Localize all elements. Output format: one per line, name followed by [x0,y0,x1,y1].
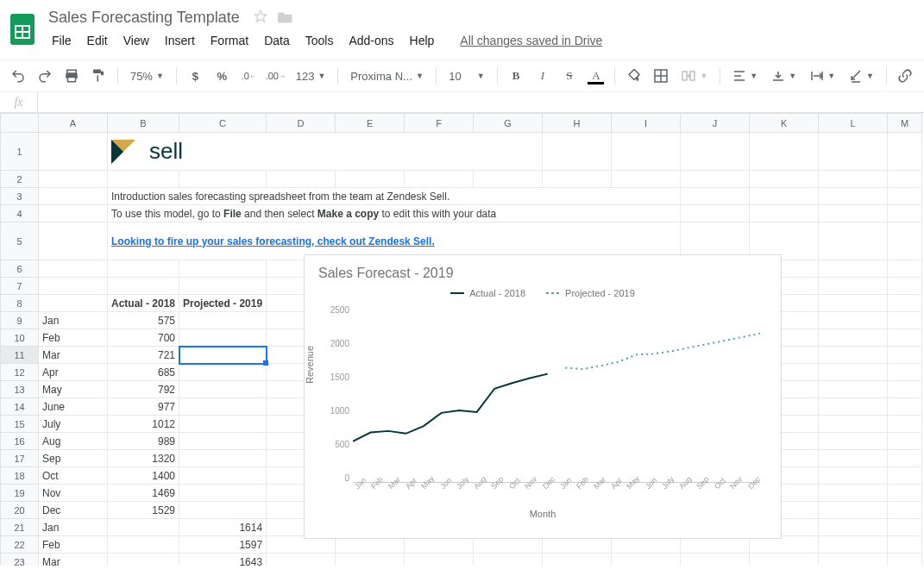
cell-J23[interactable] [681,554,750,566]
move-folder-icon[interactable] [278,9,293,26]
font-dropdown[interactable]: Proxima N...▼ [345,64,429,88]
cell-B2[interactable] [108,171,179,188]
cell-M18[interactable] [888,467,922,485]
font-size-dropdown[interactable]: 10▼ [443,64,489,88]
cell-F23[interactable] [405,554,474,566]
row-header-22[interactable]: 22 [1,536,39,554]
cell-B18[interactable]: 1400 [108,467,179,485]
row-header-15[interactable]: 15 [1,416,39,433]
cell-C6[interactable] [179,260,267,278]
col-header-F[interactable]: F [405,114,474,133]
cell-B3[interactable]: Introduction sales forecasting spreadshe… [108,188,681,205]
cell-L4[interactable] [819,205,888,222]
cell-C8[interactable]: Projected - 2019 [179,295,267,312]
row-header-2[interactable]: 2 [1,171,39,188]
spreadsheet-grid[interactable]: ABCDEFGHIJKLM1sell23Introduction sales f… [0,113,924,566]
cell-L15[interactable] [819,416,888,433]
cell-B10[interactable]: 700 [108,329,179,347]
merge-cells-dropdown[interactable]: ▼ [676,64,713,88]
cell-L22[interactable] [819,536,888,554]
cell-C16[interactable] [179,433,267,450]
cell-M22[interactable] [888,536,922,554]
cell-L2[interactable] [819,171,888,188]
cell-C19[interactable] [179,485,267,502]
col-header-L[interactable]: L [819,114,888,133]
bold-button[interactable]: B [505,64,528,88]
menu-insert[interactable]: Insert [158,30,202,51]
cell-A12[interactable]: Apr [39,364,108,381]
cell-M8[interactable] [888,295,922,312]
cell-B8[interactable]: Actual - 2018 [108,295,179,312]
cell-M21[interactable] [888,519,922,536]
cell-B23[interactable] [108,554,179,566]
row-header-16[interactable]: 16 [1,433,39,450]
col-header-J[interactable]: J [681,114,750,133]
cell-M3[interactable] [888,188,922,205]
row-header-18[interactable]: 18 [1,467,39,485]
cell-A17[interactable]: Sep [39,450,108,467]
cell-C2[interactable] [179,171,267,188]
cell-L3[interactable] [819,188,888,205]
increase-decimal-button[interactable]: .00→ [264,64,287,88]
cell-L21[interactable] [819,519,888,536]
cell-B12[interactable]: 685 [108,364,179,381]
row-header-10[interactable]: 10 [1,329,39,347]
cell-C12[interactable] [179,364,267,381]
cell-K4[interactable] [750,205,819,222]
cell-K2[interactable] [750,171,819,188]
col-header-G[interactable]: G [474,114,543,133]
cell-A7[interactable] [39,278,108,295]
row-header-1[interactable]: 1 [1,133,39,171]
cell-B4[interactable]: To use this model, go to File and then s… [108,205,681,222]
cell-B6[interactable] [108,260,179,278]
strikethrough-button[interactable]: S [557,64,581,88]
cell-A14[interactable]: June [39,398,108,416]
cell-C13[interactable] [179,381,267,398]
currency-button[interactable]: $ [184,64,207,88]
cell-G2[interactable] [474,171,543,188]
fill-color-button[interactable] [622,64,645,88]
cell-L19[interactable] [819,485,888,502]
cell-L5[interactable] [819,222,888,260]
menu-file[interactable]: File [45,30,79,51]
cell-L11[interactable] [819,347,888,364]
cell-C15[interactable] [179,416,267,433]
cell-B9[interactable]: 575 [108,312,179,329]
cell-I23[interactable] [612,554,681,566]
cell-C17[interactable] [179,450,267,467]
cell-M16[interactable] [888,433,922,450]
sheets-app-icon[interactable] [7,9,38,50]
decrease-decimal-button[interactable]: .0← [237,64,261,88]
cell-L1[interactable] [819,133,888,171]
cell-M6[interactable] [888,260,922,278]
cell-F2[interactable] [405,171,474,188]
percent-button[interactable]: % [211,64,234,88]
cell-A1[interactable] [39,133,108,171]
cell-L17[interactable] [819,450,888,467]
print-button[interactable] [60,64,84,88]
row-header-14[interactable]: 14 [1,398,39,416]
menu-addons[interactable]: Add-ons [342,30,400,51]
cell-H2[interactable] [543,171,612,188]
row-header-9[interactable]: 9 [1,312,39,329]
cell-K3[interactable] [750,188,819,205]
cell-L20[interactable] [819,502,888,519]
cell-A4[interactable] [39,205,108,222]
cell-C18[interactable] [179,467,267,485]
cell-M19[interactable] [888,485,922,502]
formula-input[interactable] [38,92,924,112]
cell-A3[interactable] [39,188,108,205]
cell-C14[interactable] [179,398,267,416]
cell-E2[interactable] [336,171,405,188]
cell-M7[interactable] [888,278,922,295]
cell-A23[interactable]: Mar [39,554,108,566]
menu-tools[interactable]: Tools [299,30,341,51]
h-align-dropdown[interactable]: ▼ [727,64,763,88]
cell-D23[interactable] [267,554,336,566]
cell-M9[interactable] [888,312,922,329]
row-header-8[interactable]: 8 [1,295,39,312]
cell-B22[interactable] [108,536,179,554]
row-header-19[interactable]: 19 [1,485,39,502]
cell-L10[interactable] [819,329,888,347]
wrap-dropdown[interactable]: ▼ [805,64,840,88]
